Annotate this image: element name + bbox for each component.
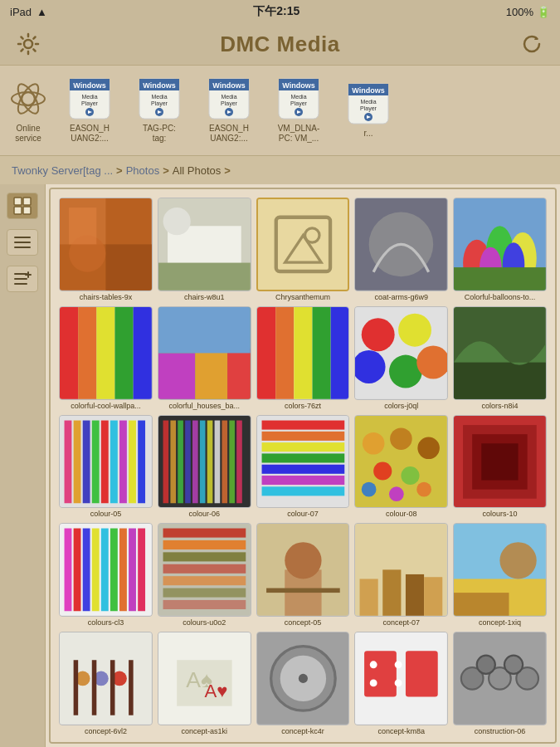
photo-cell[interactable]: Chrysanthemum [256,198,350,301]
breadcrumb-twonky[interactable]: Twonky Server[tag ... [12,164,113,177]
online-service-icon [7,77,50,120]
photo-cell[interactable]: colors-n8i4 [453,306,547,410]
svg-text:Windows: Windows [73,81,105,90]
photo-cell[interactable]: colours-10 [453,415,547,519]
wifi-icon: ▲ [37,6,47,18]
refresh-button[interactable] [517,29,547,59]
photo-label: concept-1xiq [453,618,547,627]
svg-rect-113 [200,420,206,503]
svg-rect-43 [23,207,31,214]
breadcrumb: Twonky Server[tag ... > Photos > All Pho… [0,156,560,184]
svg-rect-84 [257,307,275,399]
eason1-icon: Windows Media Player [68,77,111,120]
breadcrumb-photos[interactable]: Photos [126,164,159,177]
svg-rect-101 [92,420,100,503]
add-view-button[interactable] [7,266,38,292]
other-icon: Windows Media Player [347,82,390,125]
svg-point-59 [163,208,190,235]
photo-thumb-selected [256,198,350,291]
photo-cell[interactable]: Colorful-balloons-to... [453,198,547,301]
svg-text:Media: Media [360,99,376,105]
svg-point-2 [12,92,45,105]
svg-rect-177 [110,660,115,715]
photo-thumb [453,632,547,725]
photo-cell[interactable]: concept-07 [354,523,448,627]
svg-point-129 [390,427,412,450]
grid-view-button[interactable] [7,193,38,219]
photo-cell[interactable]: colour-08 [354,415,448,519]
svg-rect-111 [185,420,191,503]
app-title: DMC Media [220,32,340,57]
photo-cell[interactable]: colorful-cool-wallpa... [59,306,153,410]
svg-rect-126 [261,486,344,496]
svg-point-160 [285,543,321,579]
photo-thumb [59,523,153,617]
photo-cell[interactable]: colors-j0ql [354,306,448,410]
photo-cell[interactable]: concept-1xiq [453,523,547,627]
list-view-button[interactable] [7,229,38,256]
svg-rect-124 [261,464,344,473]
source-vmdlna[interactable]: Windows Media Player VM_DLNA-PC: VM_... [265,73,332,148]
svg-rect-40 [14,198,22,205]
settings-button[interactable] [13,29,43,59]
photo-label: colors-76zt [256,402,350,410]
photo-cell[interactable]: A♠ A♥ concept-as1ki [158,632,251,735]
svg-rect-74 [78,307,96,399]
photo-cell[interactable]: colours-cl3 [59,523,153,627]
photo-cell[interactable]: colour-06 [158,415,251,519]
svg-rect-108 [163,420,168,503]
source-other[interactable]: Windows Media Player r... [335,73,402,148]
svg-text:Player: Player [360,105,377,112]
svg-rect-157 [163,600,246,609]
svg-rect-117 [229,420,235,503]
photo-cell[interactable]: coat-arms-g6w9 [354,198,448,301]
eason1-label: EASON_HUANG2:... [70,124,110,144]
photo-cell[interactable]: concept-6vl2 [59,632,153,735]
svg-rect-153 [163,553,246,562]
svg-rect-143 [83,529,90,612]
photo-thumb [158,415,251,509]
svg-rect-103 [110,420,118,503]
photo-label: colour-05 [59,510,153,518]
battery-icon: 🔋 [537,6,550,18]
svg-rect-104 [119,420,127,503]
svg-rect-88 [330,307,348,399]
photo-cell[interactable]: colors-76zt [256,306,350,410]
source-eason1[interactable]: Windows Media Player EASON_HUANG2:... [56,73,123,148]
tagpc-label: TAG-PC:tag: [143,124,176,144]
photo-cell[interactable]: concept-km8a [354,632,448,735]
source-online[interactable]: Onlineservice [3,73,53,148]
svg-rect-121 [261,431,344,440]
source-tagpc[interactable]: Windows Media Player TAG-PC:tag: [126,73,192,148]
svg-point-190 [370,662,377,669]
svg-rect-96 [454,362,546,398]
photo-thumb [256,415,350,509]
photo-label: coat-arms-g6w9 [354,293,448,301]
source-bar: Onlineservice Windows Media Player EASON… [0,65,560,156]
source-eason2[interactable]: Windows Media Player EASON_HUANG2:... [196,73,262,148]
svg-rect-118 [236,420,242,503]
svg-rect-112 [192,420,198,503]
svg-rect-77 [134,307,152,399]
photo-label: construction-06 [453,727,547,735]
photo-thumb [158,306,251,400]
photo-cell[interactable]: colour-05 [59,415,153,519]
svg-text:Media: Media [290,94,306,100]
svg-rect-178 [129,660,134,715]
photo-cell[interactable]: concept-05 [256,523,350,627]
status-bar: iPad ▲ 下午2:15 100% 🔋 [0,0,560,23]
photo-cell[interactable]: construction-06 [453,632,547,735]
photo-cell[interactable]: chairs-w8u1 [158,198,251,301]
photo-cell[interactable]: colour-07 [256,415,350,519]
svg-text:Media: Media [221,94,236,100]
photo-cell[interactable]: concept-kc4r [256,632,350,735]
photo-label: concept-05 [256,618,350,627]
svg-rect-151 [163,529,246,538]
photo-label: concept-as1ki [158,727,251,735]
photo-label: Colorful-balloons-to... [453,293,547,301]
photo-cell[interactable]: chairs-tables-9x [59,198,153,301]
photo-cell[interactable]: colorful_houses_ba... [158,306,251,410]
photo-cell[interactable]: colours-u0o2 [158,523,251,627]
svg-rect-156 [163,588,246,598]
photo-label: colors-n8i4 [453,402,547,410]
